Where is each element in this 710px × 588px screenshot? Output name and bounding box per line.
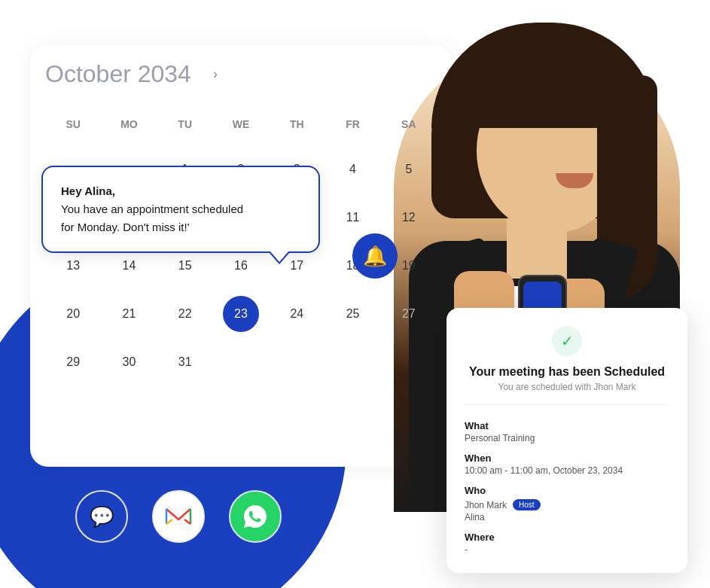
meeting-title: Your meeting has been Scheduled	[465, 365, 669, 379]
bell-icon: 🔔	[363, 245, 387, 268]
bell-notification: 🔔	[352, 233, 398, 279]
speech-line2: You have an appointment scheduled	[61, 203, 243, 215]
calendar-cell-21[interactable]: 21	[101, 293, 157, 335]
check-icon: ✓	[561, 332, 574, 350]
sms-icon[interactable]: 💬	[75, 490, 128, 543]
calendar-cell-12[interactable]: 12	[381, 197, 437, 239]
calendar-header: October 2034 ›	[45, 60, 437, 88]
connector-2	[205, 516, 229, 517]
calendar-row-4: 20 21 22 23 24 25 27	[45, 293, 437, 335]
who-label: Who	[465, 485, 669, 496]
detail-where: Where -	[465, 532, 669, 555]
calendar-row-5: 29 30 31	[45, 341, 437, 383]
speech-bubble-text: Hey Alina, You have an appointment sched…	[61, 182, 300, 236]
meeting-subtitle: You are scheduled with Jhon Mark	[465, 382, 669, 392]
calendar-cell-23-wrapper: 23	[213, 293, 269, 335]
person-neck	[507, 218, 567, 279]
day-we: WE	[213, 112, 269, 136]
day-tu: TU	[157, 112, 213, 136]
calendar-cell-25[interactable]: 25	[325, 293, 380, 335]
gmail-icon[interactable]	[152, 490, 205, 543]
calendar-next-button[interactable]: ›	[203, 62, 227, 87]
calendar-cell-26[interactable]: 27	[381, 293, 437, 335]
day-su: SU	[45, 112, 101, 136]
calendar-cell-empty	[381, 341, 437, 383]
whatsapp-svg	[242, 503, 269, 530]
connector-1	[128, 516, 152, 517]
meeting-card-header: ✓ Your meeting has been Scheduled You ar…	[465, 326, 669, 405]
who-name1: Jhon Mark	[465, 500, 507, 510]
what-label: What	[465, 420, 669, 431]
where-value: -	[465, 544, 669, 555]
calendar-cell-empty	[325, 341, 380, 383]
messaging-icons-row: 💬	[75, 490, 282, 543]
detail-what: What Personal Training	[465, 420, 669, 443]
calendar-cell-30[interactable]: 30	[101, 341, 157, 383]
whatsapp-icon[interactable]	[229, 490, 282, 543]
calendar-cell-11[interactable]: 11	[325, 197, 380, 239]
day-fr: FR	[325, 112, 380, 136]
who-name2: Alina	[465, 512, 669, 522]
calendar-year: 2034	[138, 60, 191, 87]
sms-icon-wrapper: 💬	[75, 490, 128, 543]
days-header: SU MO TU WE TH FR SA	[45, 112, 437, 136]
check-circle-icon: ✓	[552, 326, 582, 356]
calendar-cell-20[interactable]: 20	[45, 293, 101, 335]
speech-line1: Hey Alina,	[61, 182, 300, 200]
what-value: Personal Training	[465, 433, 669, 443]
calendar-month: October	[45, 60, 131, 87]
where-label: Where	[465, 532, 669, 543]
calendar-cell-23-selected[interactable]: 23	[223, 296, 259, 332]
meeting-details: What Personal Training When 10:00 am - 1…	[465, 420, 669, 555]
gmail-svg	[165, 506, 192, 527]
calendar-cell-4[interactable]: 4	[325, 148, 380, 190]
calendar-title: October 2034	[45, 60, 191, 88]
detail-when: When 10:00 am - 11:00 am, October 23, 20…	[465, 452, 669, 476]
whatsapp-icon-wrapper	[229, 490, 282, 543]
calendar-cell-empty	[213, 341, 269, 383]
speech-bubble: Hey Alina, You have an appointment sched…	[41, 166, 320, 253]
detail-who: Who Jhon Mark Host Alina	[465, 485, 669, 522]
day-mo: MO	[101, 112, 157, 136]
calendar-cell-24[interactable]: 24	[269, 293, 325, 335]
calendar-cell-29[interactable]: 29	[45, 341, 101, 383]
calendar-cell-31[interactable]: 31	[157, 341, 213, 383]
when-value: 10:00 am - 11:00 am, October 23, 2034	[465, 465, 669, 476]
host-badge: Host	[513, 499, 541, 510]
gmail-icon-wrapper	[152, 490, 205, 543]
calendar-cell-5[interactable]: 5	[381, 148, 437, 190]
calendar-cell-empty	[269, 341, 325, 383]
who-row: Jhon Mark Host	[465, 499, 669, 510]
meeting-card: ✓ Your meeting has been Scheduled You ar…	[446, 308, 687, 573]
day-sa: SA	[381, 112, 437, 136]
speech-line3: for Monday. Don't miss it!'	[61, 221, 190, 233]
sms-symbol: 💬	[90, 505, 114, 529]
day-th: TH	[269, 112, 325, 136]
when-label: When	[465, 452, 669, 464]
calendar-cell-22[interactable]: 22	[157, 293, 213, 335]
